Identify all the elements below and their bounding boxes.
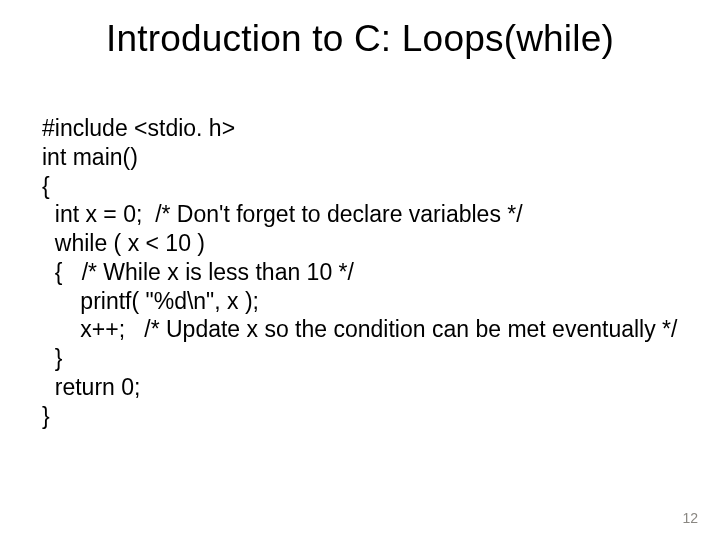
code-line: int x = 0; /* Don't forget to declare va… bbox=[42, 200, 678, 229]
code-line: { /* While x is less than 10 */ bbox=[42, 258, 678, 287]
code-line: x++; /* Update x so the condition can be… bbox=[42, 315, 678, 344]
code-line: } bbox=[42, 344, 678, 373]
code-line: { bbox=[42, 172, 678, 201]
code-line: #include <stdio. h> bbox=[42, 114, 678, 143]
code-line: while ( x < 10 ) bbox=[42, 229, 678, 258]
page-number: 12 bbox=[682, 510, 698, 526]
slide-title: Introduction to C: Loops(while) bbox=[0, 18, 720, 60]
code-block: #include <stdio. h> int main() { int x =… bbox=[42, 114, 678, 430]
code-line: } bbox=[42, 402, 678, 431]
code-line: return 0; bbox=[42, 373, 678, 402]
code-line: int main() bbox=[42, 143, 678, 172]
slide: Introduction to C: Loops(while) #include… bbox=[0, 0, 720, 540]
code-line: printf( "%d\n", x ); bbox=[42, 287, 678, 316]
